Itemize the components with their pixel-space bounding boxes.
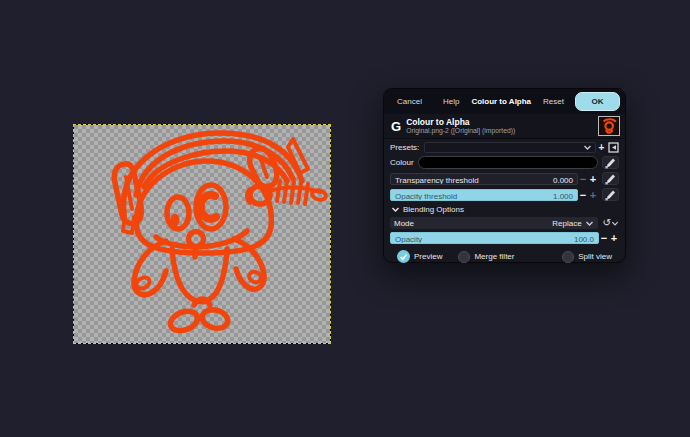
filter-title: Colour to Alpha: [406, 117, 515, 127]
colour-picker-button[interactable]: [602, 156, 619, 169]
merge-filter-toggle[interactable]: Merge filter: [458, 251, 514, 263]
mode-row: Mode Replace ↺: [390, 217, 619, 229]
add-preset-button[interactable]: +: [596, 142, 607, 153]
blending-options-expander[interactable]: Blending Options: [391, 205, 619, 214]
decrease-button[interactable]: −: [578, 173, 588, 185]
presets-label: Presets:: [390, 143, 419, 152]
colour-swatch[interactable]: [418, 156, 598, 169]
increase-button[interactable]: +: [609, 232, 619, 244]
image-canvas[interactable]: [73, 124, 331, 344]
transparency-threshold-row: Transparency threshold 0.000 − +: [390, 172, 619, 185]
transparency-threshold-slider[interactable]: Transparency threshold 0.000: [390, 173, 578, 185]
eyedropper-icon: [604, 157, 617, 169]
blending-options-label: Blending Options: [403, 205, 464, 214]
opacity-picker-button[interactable]: [602, 188, 619, 201]
decrease-button[interactable]: −: [599, 232, 609, 244]
chevron-down-icon: [583, 144, 592, 151]
presets-row: Presets: +: [390, 142, 619, 153]
cancel-button[interactable]: Cancel: [397, 97, 422, 106]
mode-value: Replace: [552, 219, 581, 228]
merge-filter-label: Merge filter: [474, 252, 514, 261]
decrease-button[interactable]: −: [578, 189, 588, 201]
check-icon: [399, 253, 408, 261]
preview-toggle[interactable]: Preview: [397, 250, 442, 263]
preview-options-row: Preview Merge filter Split view: [390, 247, 619, 263]
mode-reset-button[interactable]: ↺: [603, 218, 619, 228]
presets-dropdown[interactable]: [424, 142, 596, 153]
reset-icon: ↺: [603, 218, 611, 228]
gegl-logo-icon: G: [391, 120, 401, 133]
colour-to-alpha-dialog: Cancel Help Colour to Alpha Reset OK G C…: [383, 88, 626, 263]
opacity-slider[interactable]: Opacity 100.0: [390, 232, 599, 244]
orange-lineart-character: [74, 125, 330, 343]
opacity-label: Opacity: [395, 235, 422, 244]
split-view-label: Split view: [578, 252, 612, 261]
opacity-value: 100.0: [574, 235, 594, 244]
colour-label: Colour: [390, 158, 414, 167]
transparency-picker-button[interactable]: [602, 172, 619, 185]
dialog-titlebar: Cancel Help Colour to Alpha Reset OK: [384, 89, 625, 114]
chevron-down-icon: [391, 206, 400, 213]
import-settings-icon: [608, 142, 619, 153]
increase-button[interactable]: +: [588, 189, 598, 201]
dialog-title: Colour to Alpha: [459, 97, 543, 106]
opacity-threshold-slider[interactable]: Opacity threshold 1.000: [390, 189, 578, 201]
reset-button[interactable]: Reset: [543, 97, 564, 106]
transparency-threshold-label: Transparency threshold: [395, 176, 479, 185]
chevron-down-icon: [611, 220, 619, 227]
opacity-threshold-label: Opacity threshold: [395, 192, 457, 201]
eyedropper-icon: [604, 173, 617, 185]
unchecked-circle-icon: [458, 251, 470, 263]
unchecked-circle-icon: [562, 251, 574, 263]
layer-thumbnail: [598, 116, 620, 136]
ok-button[interactable]: OK: [575, 92, 620, 111]
opacity-threshold-value: 1.000: [553, 192, 573, 201]
manage-presets-button[interactable]: [607, 142, 619, 153]
eyedropper-icon: [604, 189, 617, 201]
opacity-threshold-row: Opacity threshold 1.000 − +: [390, 188, 619, 201]
mode-label: Mode: [394, 219, 414, 228]
split-view-toggle[interactable]: Split view: [562, 251, 612, 263]
chevron-down-icon: [585, 220, 594, 227]
help-button[interactable]: Help: [443, 97, 459, 106]
colour-row: Colour: [390, 156, 619, 169]
increase-button[interactable]: +: [588, 173, 598, 185]
mode-dropdown[interactable]: Mode Replace: [390, 217, 598, 229]
opacity-row: Opacity 100.0 − +: [390, 232, 619, 244]
preview-label: Preview: [414, 252, 442, 261]
filter-subtitle: Original.png-2 ([Original] (imported)): [406, 127, 515, 135]
checked-checkbox-icon: [397, 250, 410, 263]
transparency-threshold-value: 0.000: [553, 176, 573, 185]
filter-header: G Colour to Alpha Original.png-2 ([Origi…: [384, 114, 625, 139]
